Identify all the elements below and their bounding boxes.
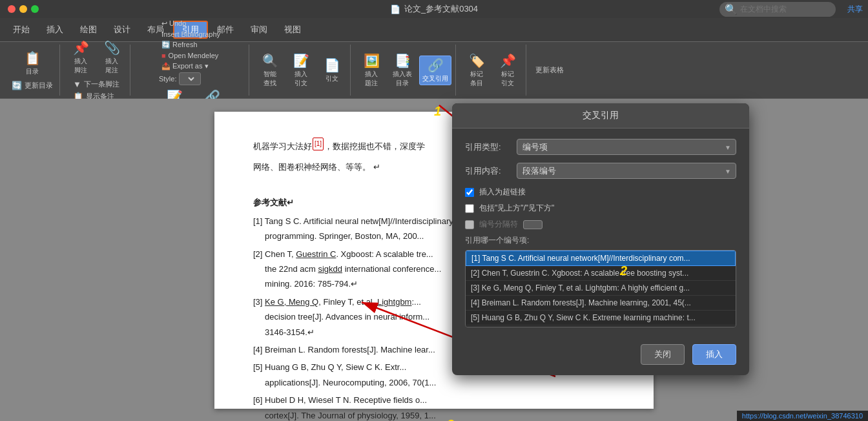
insert-bibliography-label: Insert Bibliography [161, 30, 220, 38]
toc-fig-label: 插入表目录 [393, 70, 412, 88]
cross-reference-dialog: 交叉引用 引用类型: 编号项 ▼ 引用内容: 段落编号 ▼ 插入为超链接 [452, 103, 749, 375]
cross-citation-button[interactable]: 🔗 交叉引用 [419, 56, 451, 85]
ribbon: 开始 插入 绘图 设计 布局 引用 邮件 审阅 视图 📋 目录 🔄 更新目录 [0, 18, 868, 99]
quote-button[interactable]: 📄 引文 [318, 56, 346, 85]
window-title: 📄 论文_参考文献0304 [390, 3, 478, 15]
insert-cite-button[interactable]: 📝 插入引文 [287, 52, 315, 89]
separator-input[interactable] [523, 220, 542, 229]
insert-caption-button[interactable]: 🖼️ 插入题注 [357, 52, 386, 89]
cite-type-select[interactable]: 编号项 [517, 139, 736, 155]
caption-label: 插入题注 [365, 70, 378, 88]
toc-icon: 📋 [25, 50, 41, 66]
mark-entry-icon: 🏷️ [469, 53, 485, 68]
search-input[interactable] [740, 5, 831, 14]
separator-label: 编号分隔符 [479, 219, 518, 230]
update-toc-button[interactable]: 🔄 更新目录 [9, 80, 56, 91]
refresh-button[interactable]: 🔄 Refresh [159, 40, 200, 50]
mark-entry-button[interactable]: 🏷️ 标记条目 [462, 52, 491, 89]
maximize-button[interactable] [31, 5, 39, 13]
cancel-button[interactable]: 关闭 [641, 344, 685, 365]
footnotes-buttons: 📌 插入脚注 📎 插入尾注 [67, 39, 126, 76]
toc-group: 📋 目录 🔄 更新目录 [5, 45, 60, 96]
insert-endnote-button[interactable]: 📎 插入尾注 [98, 39, 126, 76]
search-box[interactable]: 🔍 [719, 2, 836, 17]
mendeley-group: ↩ Undo Insert Bibliography 🔄 Refresh ■ O… [133, 45, 249, 96]
reference-list[interactable]: [1] Tang S C. Artificial neural network[… [465, 250, 736, 327]
endnote-icon: 📎 [104, 40, 120, 56]
cite-type-row: 引用类型: 编号项 ▼ [465, 139, 736, 155]
statusbar-url: https://blog.csdn.net/weixin_38746310 [737, 411, 868, 421]
research-buttons: 🔍 智能查找 📝 插入引文 📄 引文 [256, 52, 346, 89]
cite-content-label: 引用内容: [465, 165, 510, 177]
insert-button[interactable]: 插入 [692, 344, 736, 365]
traffic-lights [8, 5, 39, 13]
minimize-button[interactable] [19, 5, 27, 13]
cite-content-select-wrapper[interactable]: 段落编号 ▼ [517, 163, 736, 179]
style-select[interactable] [183, 74, 196, 83]
tab-review[interactable]: 审阅 [243, 21, 275, 39]
hyperlink-checkbox[interactable] [465, 188, 474, 197]
ref-list-item-4[interactable]: [4] Breiman L. Random forests[J]. Machin… [466, 296, 736, 311]
dialog-title: 交叉引用 [452, 103, 749, 128]
cite-content-select[interactable]: 段落编号 [517, 163, 736, 179]
include-label: 包括"见上方"/"见下方" [479, 203, 554, 214]
ref-list-item-3[interactable]: [3] Ke G, Meng Q, Finley T, et al. Light… [466, 281, 736, 296]
separator-checkbox[interactable] [465, 220, 474, 229]
export-as-label: 📤 Export as ▾ [161, 62, 209, 70]
hyperlink-label: 插入为超链接 [479, 187, 526, 198]
index-group: 🏷️ 标记条目 📌 标记引文 [459, 45, 526, 96]
open-mendeley-label: ■ [161, 52, 166, 59]
insert-footnote-button[interactable]: 📌 插入脚注 [67, 39, 95, 76]
next-footnote-button[interactable]: ▼ 下一条脚注 [70, 79, 122, 90]
undo-label: ↩ Undo [161, 19, 186, 28]
toc-fig-icon: 📑 [395, 53, 411, 68]
next-footnote-icon: ▼ [73, 79, 81, 89]
caption-icon: 🖼️ [364, 53, 380, 68]
update-table-button[interactable]: 更新表格 [533, 65, 566, 76]
insert-bibliography-button[interactable]: Insert Bibliography [159, 30, 223, 39]
undo-button[interactable]: ↩ Undo [159, 19, 189, 28]
ref-list-item-6[interactable]: [6] Hubel D H, Wiesel T N. Receptive fie… [466, 325, 736, 327]
tab-view[interactable]: 视图 [276, 21, 309, 39]
refresh-label: 🔄 Refresh [161, 41, 198, 49]
cite-content-row: 引用内容: 段落编号 ▼ [465, 163, 736, 179]
tab-insert[interactable]: 插入 [39, 21, 71, 39]
index-buttons: 🏷️ 标记条目 📌 标记引文 [462, 52, 522, 89]
insert-cite-label: 插入引文 [294, 70, 307, 88]
separator-checkbox-row: 编号分隔符 [465, 219, 736, 230]
bookmark-buttons: 🖼️ 插入题注 📑 插入表目录 🔗 交叉引用 [357, 52, 451, 89]
cite-type-label: 引用类型: [465, 141, 510, 153]
mark-cite-button[interactable]: 📌 标记引文 [493, 52, 522, 89]
ref-list-item-1[interactable]: [1] Tang S C. Artificial neural network[… [466, 251, 736, 266]
toc-label: 目录 [26, 67, 39, 76]
cross-citation-icon: 🔗 [428, 57, 444, 73]
mark-entry-label: 标记条目 [470, 70, 483, 88]
footnote-icon: 📌 [73, 40, 89, 56]
tab-start[interactable]: 开始 [5, 21, 37, 39]
cross-citation-label: 交叉引用 [422, 74, 448, 83]
mark-cite-label: 标记引文 [501, 70, 514, 88]
endnote-label: 插入尾注 [105, 57, 118, 75]
insert-toc-fig-button[interactable]: 📑 插入表目录 [388, 52, 417, 89]
bookmark-group: 🖼️ 插入题注 📑 插入表目录 🔗 交叉引用 [353, 45, 456, 96]
close-button[interactable] [8, 5, 16, 13]
include-checkbox[interactable] [465, 204, 474, 213]
update-group: 更新表格 [529, 45, 570, 96]
style-dropdown[interactable] [179, 72, 201, 85]
ref-list-item-5[interactable]: [5] Huang G B, Zhu Q Y, Siew C K. Extrem… [466, 311, 736, 325]
mark-cite-icon: 📌 [500, 53, 516, 68]
share-button[interactable]: 共享 [847, 4, 863, 15]
include-checkbox-row: 包括"见上方"/"见下方" [465, 203, 736, 214]
ribbon-content: 📋 目录 🔄 更新目录 📌 插入脚注 📎 插入尾注 [0, 41, 868, 98]
mendeley-buttons: ↩ Undo Insert Bibliography 🔄 Refresh ■ O… [159, 19, 223, 85]
cite-type-select-wrapper[interactable]: 编号项 ▼ [517, 139, 736, 155]
tab-draw[interactable]: 绘图 [72, 21, 105, 39]
smart-find-button[interactable]: 🔍 智能查找 [256, 52, 284, 89]
export-as-button[interactable]: 📤 Export as ▾ [159, 61, 211, 71]
quote-icon: 📄 [324, 57, 340, 73]
toc-button[interactable]: 📋 目录 [18, 49, 46, 77]
ref-list-item-2[interactable]: [2] Chen T, Guestrin C. Xgboost: A scala… [466, 266, 736, 281]
reference-6: [6] Hubel D H, Wiesel T N. Receptive fie… [253, 393, 615, 421]
open-mendeley-button[interactable]: ■ Open Mendeley [159, 51, 221, 60]
tab-design[interactable]: 设计 [106, 21, 138, 39]
